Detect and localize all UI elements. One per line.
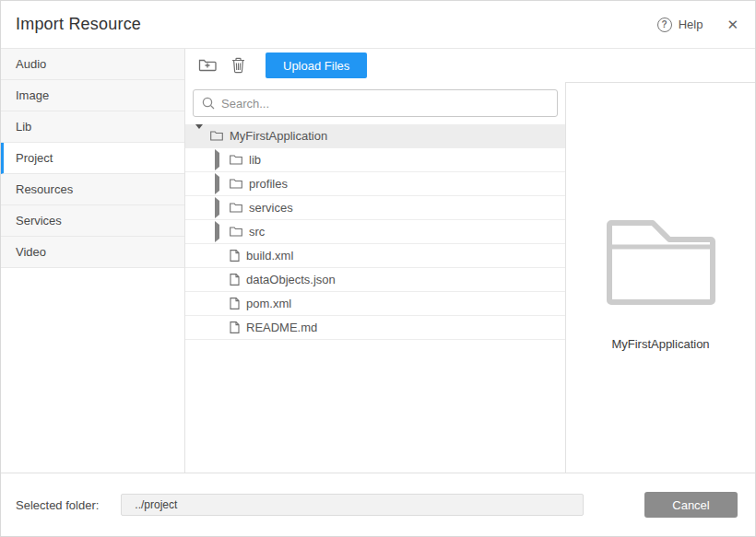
sidebar-item-video[interactable]: Video	[1, 237, 184, 268]
tree-row-label: services	[249, 201, 293, 215]
file-icon	[230, 298, 240, 309]
sidebar-item-resources[interactable]: Resources	[1, 174, 184, 205]
toolbar: Upload Files	[185, 49, 755, 82]
tree-row-pom-xml[interactable]: pom.xml	[185, 292, 565, 316]
trash-icon	[231, 57, 245, 74]
file-icon	[230, 321, 240, 333]
file-icon	[230, 250, 240, 262]
chevron-down-icon[interactable]	[195, 129, 204, 143]
tree-row-label: MyFirstApplication	[230, 129, 327, 143]
upload-files-button[interactable]: Upload Files	[266, 53, 367, 78]
selected-folder-label: Selected folder:	[16, 498, 99, 512]
chevron-right-icon[interactable]	[215, 201, 223, 215]
sidebar-item-label: Services	[16, 214, 62, 228]
tree-row-build-xml[interactable]: build.xml	[185, 244, 565, 268]
sidebar-item-label: Lib	[16, 120, 31, 134]
folder-icon	[230, 179, 242, 189]
tree-row-src[interactable]: src	[185, 220, 565, 244]
dialog-header: Import Resource ? Help ✕	[1, 1, 755, 49]
preview-pane: MyFirstApplication	[565, 82, 755, 473]
selected-folder-input[interactable]	[121, 494, 584, 516]
sidebar-item-lib[interactable]: Lib	[1, 111, 184, 143]
tree-row-label: README.md	[246, 321, 317, 334]
folder-plus-icon	[198, 58, 217, 73]
tree-row-services[interactable]: services	[185, 196, 565, 220]
tree-row-lib[interactable]: lib	[185, 148, 565, 172]
tree-row-profiles[interactable]: profiles	[185, 172, 565, 196]
chevron-right-icon[interactable]	[215, 225, 223, 239]
sidebar-item-services[interactable]: Services	[1, 205, 184, 237]
folder-icon	[606, 217, 716, 306]
preview-folder-name: MyFirstApplication	[611, 337, 709, 351]
sidebar-item-label: Video	[16, 245, 46, 259]
tree-row-label: profiles	[249, 177, 288, 191]
import-resource-dialog: Import Resource ? Help ✕ Audio Image Lib…	[0, 0, 756, 537]
tree-row-dataobjects-json[interactable]: dataObjects.json	[185, 268, 565, 292]
close-icon[interactable]: ✕	[726, 18, 738, 31]
file-tree-pane: MyFirstApplication lib	[185, 82, 565, 473]
category-sidebar: Audio Image Lib Project Resources Servic…	[1, 49, 185, 473]
folder-icon	[230, 155, 242, 165]
sidebar-item-label: Audio	[16, 57, 46, 71]
sidebar-item-label: Image	[16, 88, 49, 102]
tree-row-label: dataObjects.json	[246, 273, 336, 286]
tree-row-readme-md[interactable]: README.md	[185, 316, 565, 340]
folder-icon	[230, 227, 242, 237]
search-input[interactable]	[193, 89, 558, 117]
tree-row-label: lib	[249, 153, 261, 167]
file-tree: MyFirstApplication lib	[185, 124, 565, 473]
tree-row-myfirstapplication[interactable]: MyFirstApplication	[185, 124, 565, 148]
tree-row-label: pom.xml	[246, 297, 291, 310]
new-folder-button[interactable]	[197, 55, 218, 76]
page-title: Import Resource	[16, 15, 141, 34]
sidebar-item-project[interactable]: Project	[1, 143, 184, 174]
folder-icon	[210, 131, 223, 141]
cancel-button[interactable]: Cancel	[644, 492, 738, 518]
help-label: Help	[679, 18, 703, 31]
sidebar-item-image[interactable]: Image	[1, 80, 184, 111]
tree-row-label: src	[249, 225, 265, 239]
file-icon	[230, 274, 240, 286]
chevron-right-icon[interactable]	[215, 153, 223, 167]
help-button[interactable]: ? Help	[657, 18, 703, 32]
sidebar-item-label: Resources	[16, 182, 73, 196]
sidebar-item-audio[interactable]: Audio	[1, 49, 184, 80]
sidebar-item-label: Project	[16, 151, 53, 165]
tree-row-label: build.xml	[246, 249, 293, 263]
dialog-footer: Selected folder: Cancel	[1, 473, 755, 536]
delete-button[interactable]	[228, 55, 248, 76]
folder-icon	[230, 203, 242, 213]
question-circle-icon: ?	[657, 18, 672, 32]
chevron-right-icon[interactable]	[215, 177, 223, 191]
